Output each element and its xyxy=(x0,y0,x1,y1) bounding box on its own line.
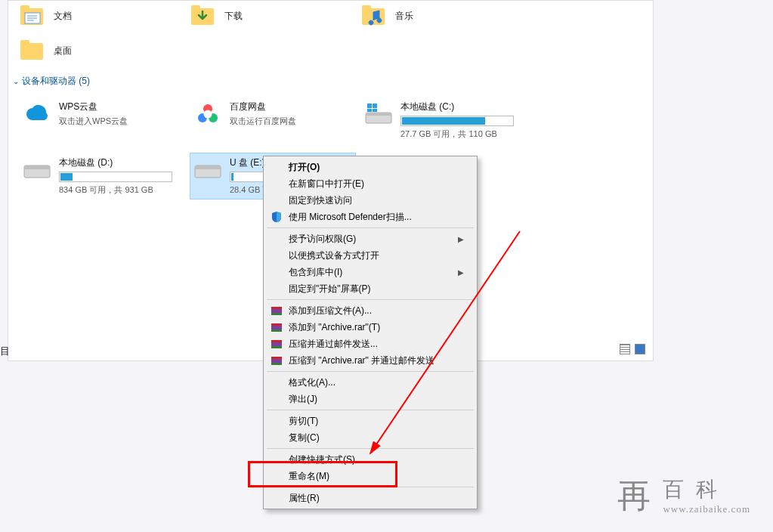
folder-documents[interactable]: 文档 xyxy=(19,4,185,28)
svg-rect-1 xyxy=(20,5,29,11)
tiles-view-icon[interactable] xyxy=(635,344,645,354)
svg-rect-31 xyxy=(271,329,282,332)
folder-desktop[interactable]: 桌面 xyxy=(19,39,185,63)
drive-usage-bar xyxy=(400,116,514,126)
library-folders-row1: 文档 下载 音乐 xyxy=(8,1,653,36)
view-switcher xyxy=(620,344,645,354)
svg-rect-36 xyxy=(271,357,282,359)
svg-rect-27 xyxy=(271,307,282,309)
library-folders-row2: 桌面 xyxy=(8,36,653,70)
folder-label: 音乐 xyxy=(395,10,413,23)
drive-sub: 27.7 GB 可用，共 110 GB xyxy=(400,128,523,140)
menu-open[interactable]: 打开(O) xyxy=(266,159,475,175)
downloads-icon xyxy=(191,5,217,26)
folder-label: 下载 xyxy=(224,10,243,23)
menu-add-archive[interactable]: 添加到压缩文件(A)... xyxy=(266,302,475,319)
drive-name: 本地磁盘 (D:) xyxy=(59,156,181,169)
svg-rect-37 xyxy=(271,363,282,365)
watermark: 再 百科 www.zaibaike.com xyxy=(617,474,750,518)
shield-icon xyxy=(270,210,283,224)
desktop-icon xyxy=(20,40,46,61)
music-icon xyxy=(362,5,388,26)
menu-rename[interactable]: 重命名(M) xyxy=(266,468,475,484)
watermark-title: 百科 xyxy=(663,476,750,503)
svg-rect-17 xyxy=(366,113,391,116)
drive-name: 本地磁盘 (C:) xyxy=(400,101,523,113)
svg-rect-23 xyxy=(24,165,50,169)
svg-rect-20 xyxy=(367,109,372,112)
wps-cloud-icon xyxy=(23,101,51,128)
rar-icon xyxy=(270,354,283,367)
drive-windows-icon xyxy=(364,101,393,128)
svg-rect-25 xyxy=(195,165,221,169)
drives-row1: WPS云盘 双击进入WPS云盘 百度网盘 双击运行百度网盘 本地磁盘 (C:) … xyxy=(8,92,653,148)
svg-rect-11 xyxy=(20,40,29,46)
drive-sub: 双击运行百度网盘 xyxy=(230,116,352,127)
menu-pin-quick-access[interactable]: 固定到快速访问 xyxy=(266,192,475,209)
folder-label: 文档 xyxy=(54,10,72,23)
menu-properties[interactable]: 属性(R) xyxy=(266,490,475,506)
svg-rect-28 xyxy=(271,313,282,315)
menu-pin-start[interactable]: 固定到"开始"屏幕(P) xyxy=(266,280,475,297)
drive-baidu-pan[interactable]: 百度网盘 双击运行百度网盘 xyxy=(190,97,356,144)
documents-icon xyxy=(20,5,46,26)
menu-open-new-window[interactable]: 在新窗口中打开(E) xyxy=(266,175,475,192)
stray-char: 目 xyxy=(0,345,10,358)
svg-point-15 xyxy=(204,110,212,119)
submenu-arrow-icon: ▶ xyxy=(458,235,464,243)
chevron-down-icon: ⌄ xyxy=(13,77,19,85)
drive-c[interactable]: 本地磁盘 (C:) 27.7 GB 可用，共 110 GB xyxy=(360,97,527,144)
rar-icon xyxy=(270,304,283,317)
menu-cut[interactable]: 剪切(T) xyxy=(266,413,475,429)
watermark-seal: 再 xyxy=(617,474,651,518)
context-menu: 打开(O) 在新窗口中打开(E) 固定到快速访问 使用 Microsoft De… xyxy=(263,156,478,509)
drive-sub: 834 GB 可用，共 931 GB xyxy=(59,184,181,196)
hdd-icon xyxy=(23,156,51,184)
menu-add-to-rar[interactable]: 添加到 "Archive.rar"(T) xyxy=(266,319,475,336)
svg-rect-19 xyxy=(373,104,377,108)
drive-sub: 双击进入WPS云盘 xyxy=(59,116,181,127)
drive-name: WPS云盘 xyxy=(59,101,181,113)
menu-include-library[interactable]: 包含到库中(I)▶ xyxy=(266,264,475,280)
menu-create-shortcut[interactable]: 创建快捷方式(S) xyxy=(266,451,475,468)
section-devices-drives[interactable]: ⌄ 设备和驱动器 (5) xyxy=(8,70,653,92)
folder-music[interactable]: 音乐 xyxy=(360,4,527,28)
rar-icon xyxy=(270,320,283,334)
svg-rect-34 xyxy=(271,346,282,348)
drive-usage-bar xyxy=(59,172,172,182)
svg-rect-18 xyxy=(367,104,372,108)
submenu-arrow-icon: ▶ xyxy=(458,268,464,277)
svg-rect-7 xyxy=(191,5,200,11)
folder-label: 桌面 xyxy=(54,45,72,57)
drive-d[interactable]: 本地磁盘 (D:) 834 GB 可用，共 931 GB xyxy=(19,153,185,200)
menu-grant-access[interactable]: 授予访问权限(G)▶ xyxy=(266,230,475,247)
drive-name: 百度网盘 xyxy=(230,101,352,113)
menu-eject[interactable]: 弹出(J) xyxy=(266,391,475,407)
menu-compress-rar-email[interactable]: 压缩到 "Archive.rar" 并通过邮件发送 xyxy=(266,352,475,369)
usb-drive-icon xyxy=(193,156,222,184)
menu-format[interactable]: 格式化(A)... xyxy=(266,374,475,391)
drive-wps-cloud[interactable]: WPS云盘 双击进入WPS云盘 xyxy=(19,97,185,144)
menu-copy[interactable]: 复制(C) xyxy=(266,429,475,446)
folder-downloads[interactable]: 下载 xyxy=(190,4,356,28)
watermark-url: www.zaibaike.com xyxy=(663,503,750,516)
svg-rect-21 xyxy=(373,109,377,112)
svg-rect-9 xyxy=(362,5,371,11)
svg-rect-33 xyxy=(271,340,282,342)
details-view-icon[interactable] xyxy=(620,344,630,354)
section-title: 设备和驱动器 (5) xyxy=(22,75,90,88)
rar-icon xyxy=(270,337,283,351)
menu-open-portable[interactable]: 以便携式设备方式打开 xyxy=(266,247,475,264)
menu-compress-email[interactable]: 压缩并通过邮件发送... xyxy=(266,336,475,352)
baidu-pan-icon xyxy=(193,101,222,128)
svg-rect-30 xyxy=(271,323,282,326)
menu-defender-scan[interactable]: 使用 Microsoft Defender扫描... xyxy=(266,209,475,225)
